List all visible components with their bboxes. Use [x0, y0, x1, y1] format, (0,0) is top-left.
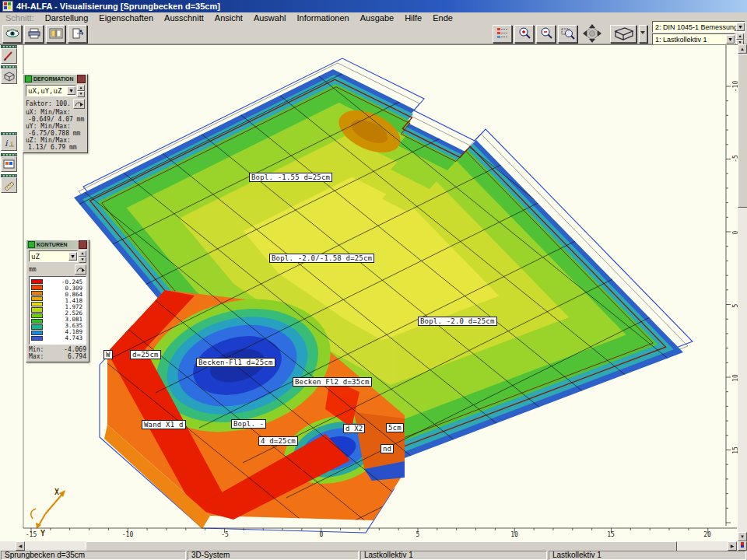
scroll-right-icon[interactable]: ▶	[728, 541, 737, 551]
preview-button[interactable]	[2, 25, 22, 43]
horizontal-scrollbar[interactable]: ◀ ▶	[0, 541, 738, 551]
info-icon: i	[3, 138, 15, 149]
vertical-scroll-thumb[interactable]	[738, 54, 747, 208]
edit-tool-button[interactable]	[1, 48, 17, 64]
dropdown-icon[interactable]: ▼	[67, 86, 75, 95]
zoom-window-button[interactable]	[558, 25, 577, 43]
chevron-down-icon	[640, 30, 646, 37]
menu-item-ausgabe[interactable]: Ausgabe	[355, 13, 399, 23]
apply-button[interactable]	[75, 264, 86, 275]
scroll-down-icon[interactable]: ▼	[738, 532, 747, 541]
corner-marker-button[interactable]	[738, 541, 747, 551]
3d-viewport[interactable]: X Y Bopl. -1.55 d=25cm Bopl. -2.0/-1.58 …	[0, 44, 738, 541]
close-icon[interactable]	[79, 240, 87, 249]
load-case-select[interactable]: 1: Lastkollektiv 1 ▼	[652, 33, 735, 45]
menu-item-hilfe[interactable]: Hilfe	[399, 13, 427, 23]
ruler-tick-label: 10	[732, 374, 738, 382]
load-case-dropdown-icon[interactable]: ▼	[726, 35, 735, 44]
structure-options-button[interactable]	[493, 25, 512, 43]
konturen-panel-title: KONTUREN	[37, 242, 68, 247]
konturen-component-select[interactable]: uZ ▼	[29, 250, 78, 262]
uy-label: uY: Min/Max:	[26, 123, 85, 130]
dropdown-icon[interactable]: ▼	[68, 252, 77, 261]
exit-button[interactable]	[68, 25, 87, 43]
info-tool-button[interactable]: i	[1, 135, 17, 151]
apply-button[interactable]	[73, 99, 85, 109]
mini-panel-edit	[1, 45, 17, 64]
ruler-tick-label: 0	[320, 531, 324, 538]
model-label: Bopl. -1.55 d=25cm	[249, 173, 332, 182]
model-label: d=25cm	[130, 350, 161, 359]
min-label: Min:	[29, 346, 44, 353]
max-value: 6.794	[68, 353, 86, 360]
vertical-scrollbar[interactable]: ▲ ▼	[738, 44, 747, 541]
zoom-window-icon	[561, 27, 575, 40]
menu-item-ausschnitt[interactable]: Ausschnitt	[159, 13, 209, 23]
design-code-dropdown-icon[interactable]: ▼	[736, 23, 745, 31]
konturen-panel-titlebar[interactable]: KONTUREN	[26, 240, 89, 249]
menu-item-ansicht[interactable]: Ansicht	[209, 13, 248, 23]
deformation-spinner[interactable]: ▲▼	[77, 85, 85, 97]
scroll-up-icon[interactable]: ▲	[738, 44, 747, 54]
unit-label: mm	[29, 266, 37, 273]
model-label: Bopl. -2.0/-1.58 d=25cm	[269, 254, 374, 263]
ruler-tool-button[interactable]	[1, 177, 17, 193]
scale-swatch	[31, 324, 43, 329]
deformation-component-select[interactable]: uX,uY,uZ ▼	[26, 85, 76, 96]
design-code-select[interactable]: 2: DIN 1045-1 Bemessung ▼	[652, 21, 745, 33]
menu-item-eigenschaften[interactable]: Eigenschaften	[93, 13, 159, 23]
mini-panel-settings	[1, 153, 17, 172]
pan-control[interactable]	[580, 23, 604, 44]
svg-text:i: i	[5, 138, 9, 149]
menu-item-ende[interactable]: Ende	[427, 13, 458, 23]
color-scale: -0.2450.3090.8641.4181.9722.5263.0813.63…	[29, 276, 86, 345]
ruler-tick-label: -5	[732, 155, 738, 163]
ruler-tick-label: 15	[732, 446, 738, 454]
scale-swatch	[31, 307, 43, 312]
toolbar: 2: DIN 1045-1 Bemessung ▼ 1: Lastkollekt…	[0, 23, 747, 44]
mini-panel-view	[1, 65, 17, 84]
box-icon	[3, 71, 16, 82]
perspective-box-icon	[612, 26, 634, 40]
zoom-out-icon	[539, 27, 553, 40]
status-bar: Sprungbecken d=35cm 3D-System Lastkollek…	[0, 551, 747, 560]
model-label: d X2	[343, 424, 365, 433]
model-label: Becken-Fl1 d=25cm	[196, 358, 275, 367]
axis-triad: X Y	[31, 488, 65, 537]
model-visualization: X Y	[0, 45, 738, 541]
mini-panel-measure	[1, 174, 17, 193]
status-model-name: Sprungbecken d=35cm	[1, 551, 186, 560]
uz-label: uZ: Min/Max:	[26, 137, 85, 144]
scroll-left-icon[interactable]: ◀	[16, 541, 25, 551]
scale-swatch	[31, 319, 43, 324]
window-title: 4H-ALFA - Visualisierung [Sprungbecken d…	[16, 2, 220, 11]
menu-bar: Schnitt: Darstellung Eigenschaften Aussc…	[0, 12, 747, 23]
axis-y-label: Y	[40, 529, 45, 537]
konturen-spinner[interactable]: ▲▼	[79, 250, 86, 263]
box-tool-button[interactable]	[1, 68, 17, 84]
printer-icon	[27, 28, 41, 39]
faktor-label: Faktor: 100.	[26, 100, 71, 107]
design-code-value: 2: DIN 1045-1 Bemessung	[653, 23, 736, 31]
konturen-component-value: uZ	[30, 253, 68, 261]
close-icon[interactable]	[77, 75, 86, 83]
model-label: W	[103, 350, 113, 359]
zoom-out-button[interactable]	[536, 25, 556, 43]
view-3d-button[interactable]	[610, 25, 637, 43]
menu-item-darstellung[interactable]: Darstellung	[40, 13, 94, 23]
zoom-in-button[interactable]	[514, 25, 534, 43]
menu-item-informationen[interactable]: Informationen	[291, 13, 354, 23]
status-system-type: 3D-System	[188, 551, 359, 560]
redo-arrow-icon	[75, 100, 83, 107]
menu-item-auswahl[interactable]: Auswahl	[248, 13, 292, 23]
marker-icon	[739, 542, 745, 548]
konturen-panel: KONTUREN uZ ▼ ▲▼ mm -0.2450.3090.8641.41…	[26, 240, 89, 362]
menu-item-schnitt: Schnitt:	[0, 13, 40, 23]
window-tool-button[interactable]	[1, 156, 17, 172]
right-ruler	[726, 86, 731, 523]
view-3d-dropdown[interactable]	[639, 25, 647, 43]
manual-button[interactable]	[46, 25, 65, 43]
print-button[interactable]	[24, 25, 44, 43]
deformation-panel-titlebar[interactable]: DEFORMATION	[23, 75, 87, 83]
scale-swatch	[31, 313, 43, 318]
